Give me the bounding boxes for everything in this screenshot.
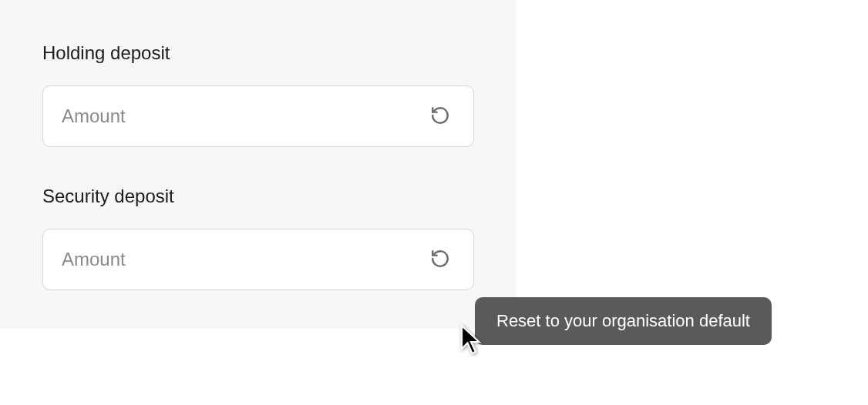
reset-tooltip: Reset to your organisation default (475, 297, 772, 345)
security-deposit-reset-button[interactable] (426, 244, 455, 276)
reset-icon (430, 249, 450, 271)
holding-deposit-input[interactable] (62, 86, 426, 146)
holding-deposit-group: Holding deposit (42, 42, 474, 147)
holding-deposit-reset-button[interactable] (426, 101, 455, 132)
security-deposit-input[interactable] (62, 229, 426, 290)
security-deposit-input-wrapper (42, 229, 474, 290)
holding-deposit-input-wrapper (42, 85, 474, 147)
security-deposit-group: Security deposit (42, 186, 474, 290)
reset-icon (430, 105, 450, 128)
deposits-panel: Holding deposit Security deposit (0, 0, 516, 329)
holding-deposit-label: Holding deposit (42, 42, 474, 64)
security-deposit-label: Security deposit (42, 186, 474, 207)
